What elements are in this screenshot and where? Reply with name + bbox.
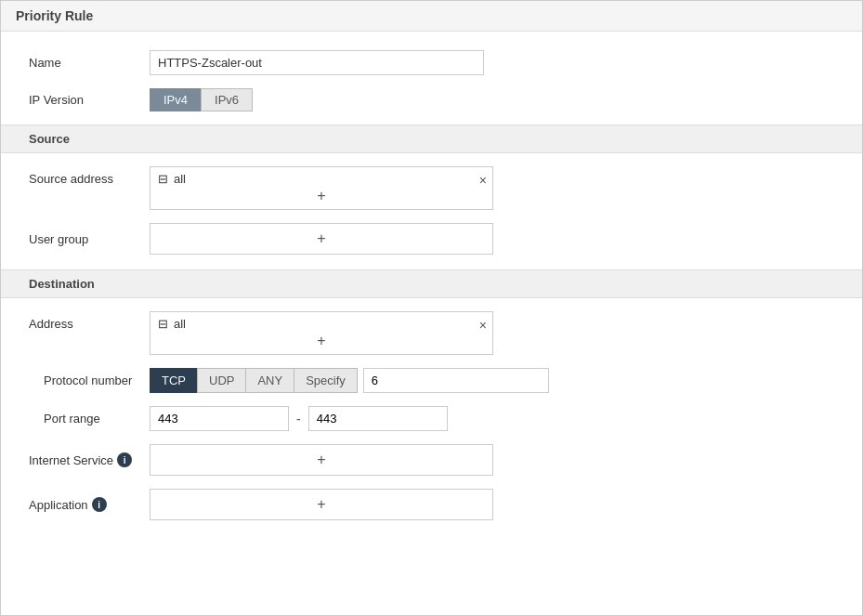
port-range-label: Port range xyxy=(29,412,150,426)
application-add-icon: + xyxy=(317,496,325,513)
address-label: Address xyxy=(29,311,150,331)
port-to-input[interactable] xyxy=(308,406,448,431)
destination-address-add[interactable]: + xyxy=(158,331,485,349)
destination-address-row: Address ⊟ all × + xyxy=(29,311,834,355)
source-address-box[interactable]: ⊟ all × + xyxy=(150,166,493,210)
internet-service-info-icon[interactable]: i xyxy=(117,452,132,467)
destination-address-remove[interactable]: × xyxy=(479,318,487,333)
source-address-add[interactable]: + xyxy=(158,186,485,204)
tcp-button[interactable]: TCP xyxy=(150,368,197,393)
source-address-label: Source address xyxy=(29,166,150,186)
protocol-group: TCP UDP ANY Specify xyxy=(150,368,549,393)
internet-service-row: Internet Service i + xyxy=(29,444,834,476)
source-address-row: Source address ⊟ all × + xyxy=(29,166,834,210)
destination-address-tag: ⊟ all xyxy=(158,317,186,331)
source-address-remove[interactable]: × xyxy=(479,173,487,188)
user-group-label: User group xyxy=(29,232,150,246)
application-row: Application i + xyxy=(29,489,834,520)
port-range-group: - xyxy=(150,406,448,431)
internet-service-add-icon: + xyxy=(317,452,325,468)
user-group-row: User group + xyxy=(29,223,834,255)
port-from-input[interactable] xyxy=(150,406,289,431)
ipv6-button[interactable]: IPv6 xyxy=(201,88,253,111)
destination-section-label: Destination xyxy=(1,269,862,298)
protocol-number-label: Protocol number xyxy=(29,374,150,387)
port-range-row: Port range - xyxy=(29,406,834,431)
ip-version-row: IP Version IPv4 IPv6 xyxy=(29,88,834,111)
name-row: Name xyxy=(29,50,834,75)
ipv4-button[interactable]: IPv4 xyxy=(150,88,201,111)
internet-service-label: Internet Service i xyxy=(29,452,150,467)
ip-version-group: IPv4 IPv6 xyxy=(150,88,253,111)
application-box[interactable]: + xyxy=(150,489,493,520)
port-dash: - xyxy=(296,412,301,426)
application-info-icon[interactable]: i xyxy=(92,497,107,512)
name-input[interactable] xyxy=(150,50,484,75)
network-icon: ⊟ xyxy=(158,172,168,186)
specify-button[interactable]: Specify xyxy=(294,368,358,393)
internet-service-box[interactable]: + xyxy=(150,444,493,476)
panel-title: Priority Rule xyxy=(1,1,862,32)
source-address-value: all xyxy=(174,172,186,186)
source-section-label: Source xyxy=(1,125,862,153)
source-address-tag: ⊟ all xyxy=(158,172,186,186)
network-icon-dest: ⊟ xyxy=(158,317,168,331)
application-label: Application i xyxy=(29,497,150,512)
protocol-number-row: Protocol number TCP UDP ANY Specify xyxy=(29,368,834,393)
user-group-box[interactable]: + xyxy=(150,223,493,255)
udp-button[interactable]: UDP xyxy=(197,368,245,393)
priority-rule-panel: Priority Rule Name IP Version IPv4 IPv6 … xyxy=(0,0,863,616)
ip-version-label: IP Version xyxy=(29,93,150,107)
protocol-number-input[interactable] xyxy=(363,368,549,393)
user-group-add-icon: + xyxy=(317,230,325,247)
name-label: Name xyxy=(29,56,150,70)
any-button[interactable]: ANY xyxy=(245,368,294,393)
destination-address-box[interactable]: ⊟ all × + xyxy=(150,311,493,355)
destination-address-value: all xyxy=(174,317,186,331)
